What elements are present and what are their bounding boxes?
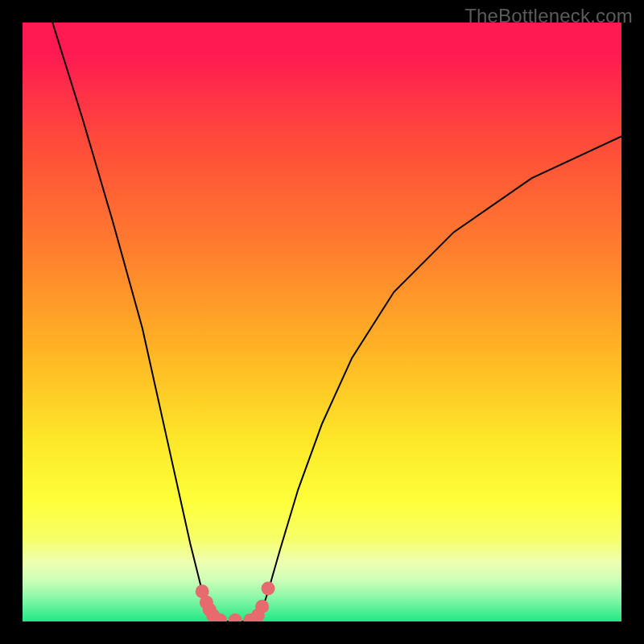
- watermark-label: TheBottleneck.com: [464, 5, 633, 27]
- chart-frame: TheBottleneck.com: [0, 0, 644, 644]
- plot-area: [23, 23, 621, 621]
- data-marker: [255, 600, 269, 613]
- data-marker: [262, 582, 275, 596]
- bottleneck-chart: [23, 23, 621, 621]
- gradient-background: [23, 23, 621, 621]
